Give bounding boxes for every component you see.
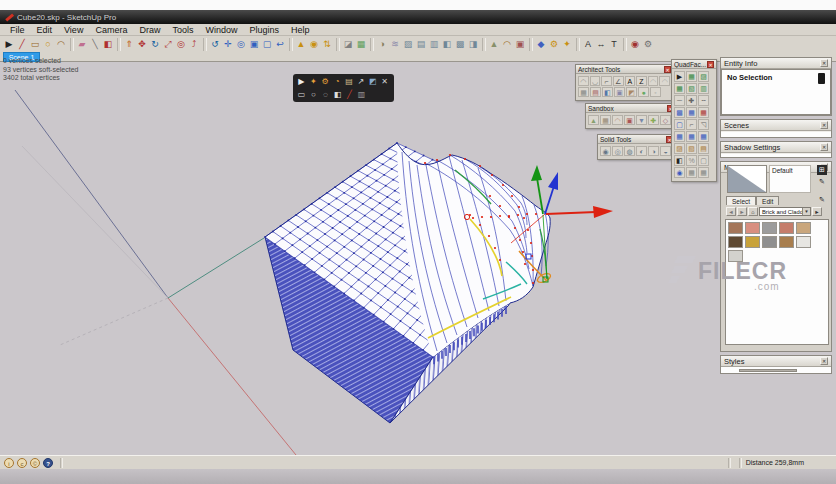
- back-arrow-icon[interactable]: ◄: [726, 207, 736, 216]
- qf-quadrangulate-icon[interactable]: ▦: [698, 131, 709, 142]
- tree-tool-icon[interactable]: ●: [638, 87, 649, 97]
- material-swatch[interactable]: [745, 222, 760, 234]
- qf-grow-icon[interactable]: ▦: [686, 71, 697, 82]
- arc-wall-icon[interactable]: ◠: [648, 76, 659, 86]
- qf-more-icon[interactable]: ✚: [686, 95, 697, 106]
- hidden-line-icon[interactable]: ▥: [428, 38, 440, 51]
- vertex-tools-toolbar[interactable]: ▶✦⚙◔▤↗◩✕▭○◌◧╱▥: [293, 74, 394, 102]
- from-scratch-icon[interactable]: ▦: [600, 115, 611, 125]
- line-icon[interactable]: ╱: [16, 38, 28, 51]
- stamp-icon[interactable]: ▣: [624, 115, 635, 125]
- tab-select[interactable]: Select: [726, 196, 756, 205]
- x-ray-icon[interactable]: ▨: [402, 38, 414, 51]
- tab-edit[interactable]: Edit: [756, 196, 779, 205]
- vertex-soft-radius-icon[interactable]: ◔: [332, 76, 343, 87]
- from-contours-icon[interactable]: ▲: [488, 38, 500, 51]
- menu-view[interactable]: View: [58, 25, 89, 35]
- misc-tool-icon[interactable]: ◦: [650, 87, 661, 97]
- zoom-window-icon[interactable]: ▣: [248, 38, 260, 51]
- scenes-header[interactable]: Scenes ✕: [721, 120, 831, 131]
- help-icon[interactable]: ?: [43, 458, 53, 468]
- qf-info-icon[interactable]: ▢: [698, 155, 709, 166]
- qf-percent-icon[interactable]: %: [686, 155, 697, 166]
- road-icon[interactable]: ◠: [578, 76, 589, 86]
- material-swatch[interactable]: [728, 250, 743, 262]
- select-lasso-icon[interactable]: ◌: [320, 89, 331, 100]
- create-material-icon[interactable]: ⊞: [817, 165, 827, 175]
- vertex-modes-icon[interactable]: ▤: [344, 76, 355, 87]
- menu-tools[interactable]: Tools: [166, 25, 199, 35]
- paint-details-icon[interactable]: ✎: [817, 177, 827, 187]
- qf-flip-edge-icon[interactable]: ⌐: [686, 119, 697, 130]
- qf-select-icon[interactable]: ▶: [674, 71, 685, 82]
- look-around-icon[interactable]: ◉: [308, 38, 320, 51]
- dimensions-icon[interactable]: ↔: [595, 38, 607, 51]
- select-paint-icon[interactable]: ◧: [332, 89, 343, 100]
- move-icon[interactable]: ✥: [136, 38, 148, 51]
- shadow-settings-header[interactable]: Shadow Settings ✕: [721, 142, 831, 153]
- menu-plugins[interactable]: Plugins: [243, 25, 285, 35]
- follow-me-icon[interactable]: ⤴: [188, 38, 200, 51]
- in-model-icon[interactable]: ►: [812, 207, 822, 216]
- sandbox-window[interactable]: Sandbox ✕ ▲▦◠▣▼✚◇: [585, 103, 677, 129]
- architect-tools-window[interactable]: Architect Tools ✕ ◠◡⌐∠AZ◠◠▦▤◧▣◩●◦: [575, 64, 674, 101]
- orbit-icon[interactable]: ↺: [209, 38, 221, 51]
- qf-connect-icon[interactable]: ▩: [674, 107, 685, 118]
- roof-tool-icon[interactable]: ◩: [626, 87, 637, 97]
- material-swatch[interactable]: [779, 222, 794, 234]
- select-icon[interactable]: ▶: [3, 38, 15, 51]
- shaded-icon[interactable]: ◧: [441, 38, 453, 51]
- collapse-icon[interactable]: ✕: [820, 121, 828, 129]
- walk-icon[interactable]: ⇅: [321, 38, 333, 51]
- position-camera-icon[interactable]: ▲: [295, 38, 307, 51]
- qf-manual-icon[interactable]: ◉: [674, 167, 685, 178]
- material-swatch[interactable]: [728, 236, 743, 248]
- qf-unsmooth-icon[interactable]: ▦: [686, 131, 697, 142]
- eraser-icon[interactable]: ▰: [76, 38, 88, 51]
- close-icon[interactable]: ✕: [707, 61, 714, 68]
- qf-uv-map-icon[interactable]: ▨: [674, 143, 685, 154]
- qf-less-icon[interactable]: ╌: [698, 95, 709, 106]
- arc-fence-icon[interactable]: ◠: [659, 76, 670, 86]
- forward-arrow-icon[interactable]: ►: [737, 207, 747, 216]
- select-circle-icon[interactable]: ○: [308, 89, 319, 100]
- previous-view-icon[interactable]: ↩: [274, 38, 286, 51]
- collapse-icon[interactable]: ✕: [820, 59, 828, 67]
- rectangle-icon[interactable]: ▭: [29, 38, 41, 51]
- extension-warehouse-icon[interactable]: ◉: [629, 38, 641, 51]
- qf-insert-loop-icon[interactable]: ▦: [686, 107, 697, 118]
- section-plane-icon[interactable]: ◪: [342, 38, 354, 51]
- interact-icon[interactable]: ✦: [561, 38, 573, 51]
- monochrome-icon[interactable]: ◨: [467, 38, 479, 51]
- tape-measure-icon[interactable]: ╲: [89, 38, 101, 51]
- qf-uv-copy-icon[interactable]: ▧: [686, 143, 697, 154]
- collapse-icon[interactable]: ✕: [820, 143, 828, 151]
- qf-deselect-icon[interactable]: ─: [674, 95, 685, 106]
- vertex-close-icon[interactable]: ✕: [379, 76, 390, 87]
- quadface-titlebar[interactable]: QuadFac... ✕: [672, 60, 716, 69]
- fog-icon[interactable]: ≋: [389, 38, 401, 51]
- textured-icon[interactable]: ▩: [454, 38, 466, 51]
- flip-edge-icon[interactable]: ◇: [660, 115, 671, 125]
- pan-icon[interactable]: ✛: [222, 38, 234, 51]
- close-icon[interactable]: ✕: [664, 66, 671, 73]
- door-tool-icon[interactable]: ◧: [602, 87, 613, 97]
- smoove-icon[interactable]: ◠: [501, 38, 513, 51]
- material-swatch[interactable]: [728, 222, 743, 234]
- styles-header[interactable]: Styles ✕: [721, 356, 831, 367]
- grid-tool-icon[interactable]: ▦: [578, 87, 589, 97]
- vertex-merge-icon[interactable]: ◩: [367, 76, 378, 87]
- rotate-icon[interactable]: ↻: [149, 38, 161, 51]
- model-info-icon[interactable]: i: [4, 458, 14, 468]
- qf-edit-icon[interactable]: ▨: [698, 71, 709, 82]
- vertex-erase-icon[interactable]: ╱: [344, 89, 355, 100]
- select-rect-icon[interactable]: ▭: [296, 89, 307, 100]
- offset-icon[interactable]: ◎: [175, 38, 187, 51]
- shadows-icon[interactable]: ◑: [376, 38, 388, 51]
- zoom-extents-icon[interactable]: ▢: [261, 38, 273, 51]
- qf-grid-b-icon[interactable]: ▦: [698, 167, 709, 178]
- vertex-grid-icon[interactable]: ▥: [356, 89, 367, 100]
- menu-window[interactable]: Window: [199, 25, 243, 35]
- dynamic-components-icon[interactable]: ⚙: [548, 38, 560, 51]
- vertex-extrude-icon[interactable]: ↗: [355, 76, 366, 87]
